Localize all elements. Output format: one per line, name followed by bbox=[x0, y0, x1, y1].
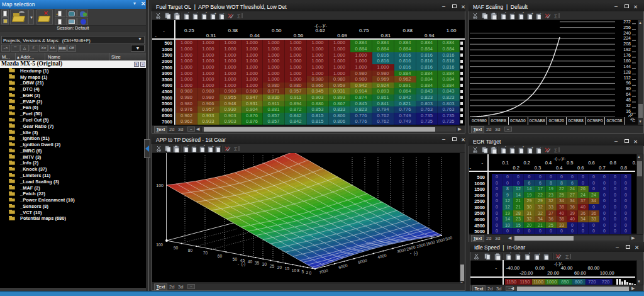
svg-text:- (-): - (-) bbox=[410, 251, 418, 256]
svg-text:2000: 2000 bbox=[416, 242, 426, 249]
svg-text:*: * bbox=[523, 145, 524, 149]
svg-text:25: 25 bbox=[270, 264, 275, 268]
svg-text:": " bbox=[505, 145, 506, 149]
svg-text:0: 0 bbox=[309, 271, 311, 275]
svg-text:+: + bbox=[531, 145, 533, 149]
svg-text:5000: 5000 bbox=[357, 258, 367, 265]
svg-text:4000: 4000 bbox=[377, 253, 387, 259]
svg-text:*: * bbox=[523, 11, 524, 15]
svg-text:Σ: Σ bbox=[554, 13, 558, 20]
svg-text:-: - bbox=[548, 252, 549, 256]
svg-text:60: 60 bbox=[218, 254, 223, 258]
svg-text:+: + bbox=[212, 144, 214, 148]
svg-text:1500: 1500 bbox=[425, 239, 435, 246]
svg-text:20: 20 bbox=[277, 265, 282, 270]
svg-text:": " bbox=[188, 11, 189, 15]
svg-text:40: 40 bbox=[248, 259, 253, 264]
svg-text:500: 500 bbox=[445, 235, 453, 241]
svg-text:-: - bbox=[540, 11, 541, 15]
svg-text:*: * bbox=[204, 144, 205, 148]
svg-text:+: + bbox=[538, 252, 540, 256]
svg-text:30: 30 bbox=[262, 262, 267, 266]
svg-text:6000: 6000 bbox=[338, 263, 348, 270]
svg-text:90: 90 bbox=[174, 246, 179, 250]
svg-text:': ' bbox=[514, 11, 514, 15]
svg-text:": " bbox=[505, 11, 506, 15]
svg-text:-: - bbox=[540, 145, 541, 149]
svg-text:1000: 1000 bbox=[435, 237, 445, 244]
svg-text:-: - bbox=[219, 144, 221, 148]
svg-text:7000: 7000 bbox=[318, 268, 328, 275]
svg-text:-: - bbox=[223, 11, 225, 15]
svg-text:35: 35 bbox=[255, 261, 260, 265]
svg-text:": " bbox=[510, 252, 511, 256]
svg-text:100: 100 bbox=[156, 242, 163, 247]
svg-text:3000: 3000 bbox=[396, 247, 406, 254]
svg-text:*: * bbox=[206, 11, 207, 15]
svg-text:2: 2 bbox=[306, 270, 308, 275]
svg-text:8: 8 bbox=[297, 268, 299, 273]
svg-text:5: 5 bbox=[301, 270, 304, 274]
svg-text:': ' bbox=[196, 144, 196, 148]
svg-text:Σ: Σ bbox=[565, 254, 569, 260]
svg-text:10: 10 bbox=[292, 268, 297, 273]
svg-text:50: 50 bbox=[233, 257, 238, 261]
svg-text:': ' bbox=[519, 252, 520, 256]
svg-text:+: + bbox=[531, 11, 533, 15]
svg-text:': ' bbox=[514, 145, 514, 149]
svg-text:': ' bbox=[197, 11, 197, 15]
svg-text:70: 70 bbox=[203, 251, 208, 255]
svg-text:Σ: Σ bbox=[234, 146, 238, 152]
svg-text:15: 15 bbox=[285, 266, 290, 271]
svg-text:Σ: Σ bbox=[554, 147, 558, 154]
svg-text:*: * bbox=[529, 252, 530, 256]
svg-text:80: 80 bbox=[188, 248, 193, 253]
svg-text:Σ: Σ bbox=[237, 13, 241, 20]
svg-text:+: + bbox=[214, 11, 216, 15]
svg-text:": " bbox=[187, 144, 189, 148]
svg-text:100: 100 bbox=[156, 183, 164, 188]
svg-text:- (-): - (-) bbox=[238, 261, 245, 266]
